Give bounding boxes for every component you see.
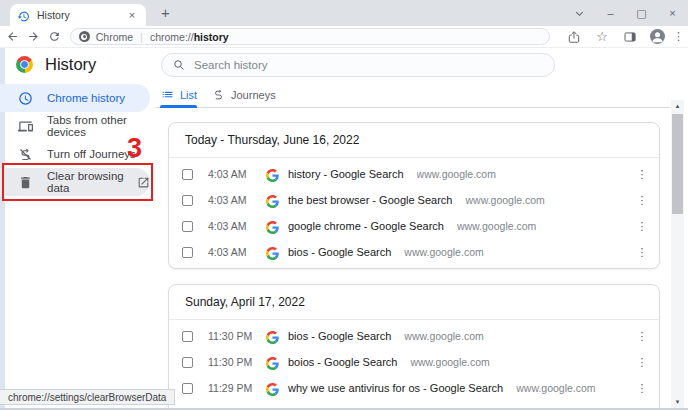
minimize-button[interactable]: – <box>595 0 626 26</box>
omnibox[interactable]: Chrome | chrome://history <box>70 28 550 45</box>
bookmark-star-icon[interactable]: ☆ <box>594 29 610 45</box>
tab-strip: History × + – ▢ × <box>0 0 688 26</box>
history-entry-row: 4:03 AM history - Google Search www.goog… <box>169 161 659 187</box>
entry-checkbox[interactable] <box>182 169 193 180</box>
entry-title-link[interactable]: boios - Google Search <box>288 356 397 368</box>
entry-domain: www.google.com <box>516 382 635 394</box>
toolbar-actions: ☆ ⋮ <box>560 29 688 45</box>
tab-search-chevron-icon[interactable] <box>564 0 595 26</box>
tab-label: Journeys <box>231 89 276 101</box>
entry-checkbox[interactable] <box>182 221 193 232</box>
active-tab-underline <box>160 105 197 108</box>
entry-time: 11:29 PM <box>208 382 266 394</box>
page-header: History <box>16 55 96 74</box>
history-date-header: Sunday, April 17, 2022 <box>169 285 659 320</box>
google-favicon-icon <box>266 330 279 343</box>
annotation-step-number: 3 <box>127 135 142 162</box>
entry-title-link[interactable]: why we use antivirus for os - Google Sea… <box>288 382 503 394</box>
history-cards: Today - Thursday, June 16, 2022 4:03 AM … <box>168 122 660 410</box>
entry-time: 11:30 PM <box>208 330 266 342</box>
scrollbar-thumb[interactable] <box>672 114 683 214</box>
entry-title-link[interactable]: bios - Google Search <box>288 246 391 258</box>
entry-checkbox[interactable] <box>182 195 193 206</box>
google-favicon-icon <box>266 194 279 207</box>
scrollbar-down-icon[interactable]: ▼ <box>671 396 684 408</box>
entry-checkbox[interactable] <box>182 383 193 394</box>
tab-journeys-view[interactable]: Journeys <box>212 82 276 107</box>
entry-menu-kebab-icon[interactable]: ⋮ <box>635 356 649 369</box>
browser-toolbar: Chrome | chrome://history ☆ ⋮ <box>0 26 688 48</box>
entry-title-link[interactable]: history - Google Search <box>288 168 404 180</box>
entry-menu-kebab-icon[interactable]: ⋮ <box>635 246 649 259</box>
browser-menu-kebab-icon[interactable]: ⋮ <box>673 30 684 43</box>
omnibox-url: chrome://history <box>150 31 229 43</box>
entry-title-link[interactable]: google chrome - Google Search <box>288 220 444 232</box>
entry-checkbox[interactable] <box>182 357 193 368</box>
google-favicon-icon <box>266 168 279 181</box>
scrollbar-up-icon[interactable]: ▲ <box>671 100 684 112</box>
history-date-header: Today - Thursday, June 16, 2022 <box>169 123 659 158</box>
history-entry-row: 4:03 AM the best browser - Google Search… <box>169 187 659 213</box>
history-group-card: Sunday, April 17, 2022 11:30 PM bios - G… <box>168 284 660 410</box>
entry-menu-kebab-icon[interactable]: ⋮ <box>635 330 649 343</box>
journeys-icon <box>212 88 225 101</box>
history-favicon-icon <box>17 9 30 22</box>
history-rows: 11:30 PM bios - Google Search www.google… <box>169 320 659 410</box>
entry-time: 4:03 AM <box>208 194 266 206</box>
maximize-button[interactable]: ▢ <box>626 0 657 26</box>
entry-domain: www.google.com <box>465 194 635 206</box>
back-button[interactable] <box>5 28 21 45</box>
close-window-button[interactable]: × <box>657 0 688 26</box>
entry-menu-kebab-icon[interactable]: ⋮ <box>635 382 649 395</box>
entry-checkbox[interactable] <box>182 247 193 258</box>
sidebar-item-label: Turn off Journeys <box>47 148 136 160</box>
tab-title: History <box>37 9 125 21</box>
search-input[interactable] <box>194 59 494 71</box>
window-controls: – ▢ × <box>564 0 688 26</box>
sidebar-item-label: Chrome history <box>47 92 125 104</box>
entry-domain: www.google.com <box>404 246 635 258</box>
page-title: History <box>45 55 96 74</box>
history-rows: 4:03 AM history - Google Search www.goog… <box>169 158 659 268</box>
entry-menu-kebab-icon[interactable]: ⋮ <box>635 194 649 207</box>
new-tab-button[interactable]: + <box>157 5 174 22</box>
entry-domain: www.google.com <box>410 356 635 368</box>
clock-icon <box>18 91 33 106</box>
share-icon[interactable] <box>566 29 582 45</box>
tab-list-view[interactable]: List <box>161 82 197 107</box>
history-entry-row: 4:03 AM google chrome - Google Search ww… <box>169 213 659 239</box>
entry-menu-kebab-icon[interactable]: ⋮ <box>635 168 649 181</box>
google-favicon-icon <box>266 246 279 259</box>
entry-domain: www.google.com <box>417 168 635 180</box>
forward-button[interactable] <box>26 28 42 45</box>
history-entry-row: 11:30 PM bios - Google Search www.google… <box>169 323 659 349</box>
google-favicon-icon <box>266 382 279 395</box>
reload-button[interactable] <box>47 28 63 45</box>
annotation-highlight-box <box>2 163 153 201</box>
omnibox-engine-label: Chrome <box>96 31 133 43</box>
google-favicon-icon <box>266 220 279 233</box>
history-group-card: Today - Thursday, June 16, 2022 4:03 AM … <box>168 122 660 269</box>
google-favicon-icon <box>266 356 279 369</box>
status-bar-url: chrome://settings/clearBrowserData <box>0 389 175 405</box>
chrome-page-icon <box>79 31 90 42</box>
entry-domain: www.google.com <box>457 220 635 232</box>
side-panel-icon[interactable] <box>622 29 638 45</box>
entry-title-link[interactable]: the best browser - Google Search <box>288 194 452 206</box>
tab-close-icon[interactable]: × <box>125 8 139 22</box>
list-icon <box>161 88 174 101</box>
entry-menu-kebab-icon[interactable]: ⋮ <box>635 220 649 233</box>
journeys-off-icon <box>18 147 33 162</box>
entry-time: 4:03 AM <box>208 168 266 180</box>
entry-time: 11:30 PM <box>208 356 266 368</box>
browser-window: History × + – ▢ × Chrome | chrome://hist… <box>0 0 688 410</box>
profile-avatar-icon[interactable] <box>650 29 665 44</box>
entry-checkbox[interactable] <box>182 331 193 342</box>
browser-tab-history[interactable]: History × <box>10 4 146 26</box>
entry-title-link[interactable]: bios - Google Search <box>288 330 391 342</box>
entry-domain: www.google.com <box>404 330 635 342</box>
sidebar-item-chrome-history[interactable]: Chrome history <box>0 84 150 112</box>
scrollbar-track[interactable]: ▲ ▼ <box>671 100 684 410</box>
history-entry-row: 4:03 AM bios - Google Search www.google.… <box>169 239 659 265</box>
view-tabs: List Journeys <box>155 82 672 108</box>
